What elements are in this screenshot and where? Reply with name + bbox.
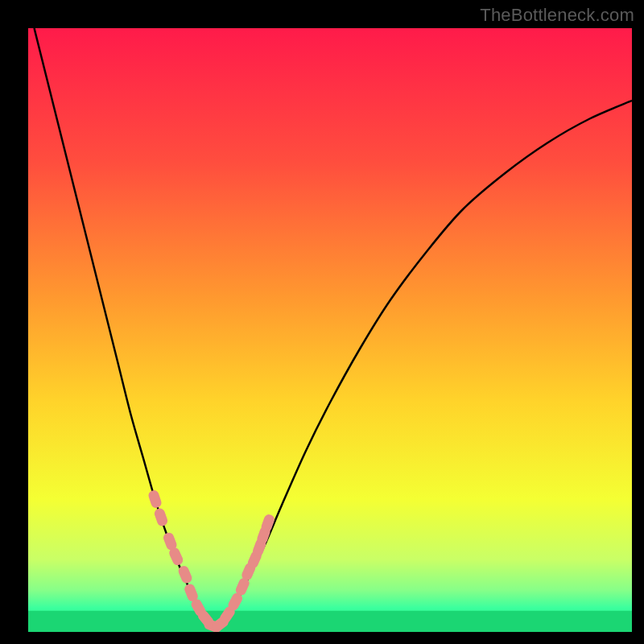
bottleneck-chart <box>0 0 644 644</box>
green-band <box>28 611 632 632</box>
watermark-text: TheBottleneck.com <box>480 5 634 26</box>
chart-stage: TheBottleneck.com <box>0 0 644 644</box>
plot-background <box>28 28 632 632</box>
